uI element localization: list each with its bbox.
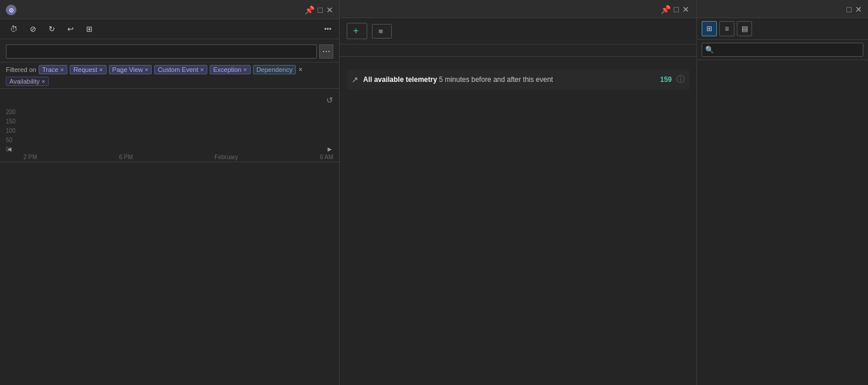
y-label-100: 100 [6,128,16,134]
tag-custom-event[interactable]: Custom Event × [154,65,207,74]
y-label-0: 0 [6,146,16,153]
refresh-icon: ↻ [49,25,55,33]
filter-input[interactable] [702,43,863,57]
view-work-items-button[interactable]: ≡ [372,24,392,39]
mid-window-controls: 📌 □ ✕ [661,5,689,14]
stats-row [0,161,339,167]
right-close-icon[interactable]: ✕ [855,5,862,14]
related-count: 159 [660,75,672,84]
right-toolbar: ⊞ ≡ ▤ [697,18,868,40]
mid-maximize-icon[interactable]: □ [674,5,679,14]
middle-panel: 📌 □ ✕ + ≡ ↗ All available telemetry 5 mi… [340,0,697,385]
left-panel-title: ⊙ [6,5,20,15]
mid-pin-icon[interactable]: 📌 [661,5,671,14]
related-info-icon: ⓘ [676,74,685,85]
related-arrow-icon: ↗ [351,75,358,84]
filter-icon: ⊘ [30,25,36,33]
reset-icon: ↩ [67,25,74,33]
y-label-200: 200 [6,109,16,115]
clock-icon: ⏱ [10,25,18,33]
mid-close-icon[interactable]: ✕ [682,5,689,14]
chart-y-labels: 200 150 100 50 0 [6,109,16,153]
search-options-button[interactable]: ⋯ [319,44,333,59]
y-label-150: 150 [6,118,16,125]
tag-page-view[interactable]: Page View × [109,65,152,74]
right-props-list [697,60,868,385]
results-summary: ↺ [0,89,339,109]
plus-icon: + [353,26,358,36]
reset-time-icon[interactable]: ↺ [326,95,333,105]
tag-trace[interactable]: Trace × [39,65,67,74]
events-list [0,167,339,385]
x-label-2pm: 2 PM [23,154,37,160]
x-label-6pm: 6 PM [119,154,132,160]
tag-dependency[interactable]: Dependency [253,65,296,74]
left-panel-header: ⊙ 📌 □ ✕ [0,0,339,19]
tool-list-button[interactable]: ≡ [719,21,734,36]
chart-x-labels: 2 PM 6 PM February 6 AM [6,153,333,160]
search-input[interactable] [6,44,317,59]
grid-icon: ⊞ [86,25,93,33]
left-toolbar: ⏱ ⊘ ↻ ↩ ⊞ ••• [0,19,339,39]
x-label-feb: February [214,154,238,160]
filters-button[interactable]: ⊘ [26,23,42,35]
related-item-row[interactable]: ↗ All available telemetry 5 minutes befo… [347,70,689,90]
mid-toolbar: + ≡ [340,18,696,44]
tag-request[interactable]: Request × [70,65,106,74]
new-work-item-button[interactable]: + [347,23,367,39]
related-text: All available telemetry 5 minutes before… [363,75,655,84]
close-icon[interactable]: ✕ [326,5,333,15]
chart-bars [23,109,333,153]
right-panel: □ ✕ ⊞ ≡ ▤ 🔍 [697,0,868,385]
analytics-button[interactable]: ⊞ [82,23,98,35]
time-range-button[interactable]: ⏱ [6,23,23,35]
chart-area: 200 150 100 50 0 2 PM 6 PM February 6 AM… [0,109,339,161]
tag-availability[interactable]: Availability × [6,77,49,86]
y-label-50: 50 [6,137,16,143]
pin-icon[interactable]: 📌 [305,5,315,15]
tool-grid-button[interactable]: ⊞ [702,21,717,36]
mid-header: 📌 □ ✕ [340,0,696,18]
list-icon: ≡ [378,27,383,36]
right-window-controls: □ ✕ [847,5,862,14]
maximize-icon[interactable]: □ [318,5,323,15]
right-maximize-icon[interactable]: □ [847,5,852,14]
more-button[interactable]: ••• [324,25,333,33]
trace-props-title [340,44,696,57]
left-panel: ⊙ 📌 □ ✕ ⏱ ⊘ ↻ ↩ ⊞ [0,0,340,385]
reset-button[interactable]: ↩ [63,23,80,35]
tag-exception[interactable]: Exception × [210,65,251,74]
filtered-on-label: Filtered on [6,66,36,73]
related-items-section: ↗ All available telemetry 5 minutes befo… [340,57,696,97]
app-icon: ⊙ [6,5,16,15]
tool-table-button[interactable]: ▤ [737,21,752,36]
right-header: □ ✕ [697,0,868,18]
filter-search-icon: 🔍 [705,46,714,54]
filter-tags: Filtered on Trace × Request × Page View … [0,63,339,89]
filter-input-row: 🔍 [697,40,868,60]
x-label-6am: 6 AM [320,154,333,160]
tag-dependency-close[interactable]: × [298,66,302,74]
left-window-controls: 📌 □ ✕ [305,5,333,15]
search-area: ⋯ [0,39,339,63]
more-icon: ••• [324,25,332,33]
refresh-button[interactable]: ↻ [45,23,61,35]
